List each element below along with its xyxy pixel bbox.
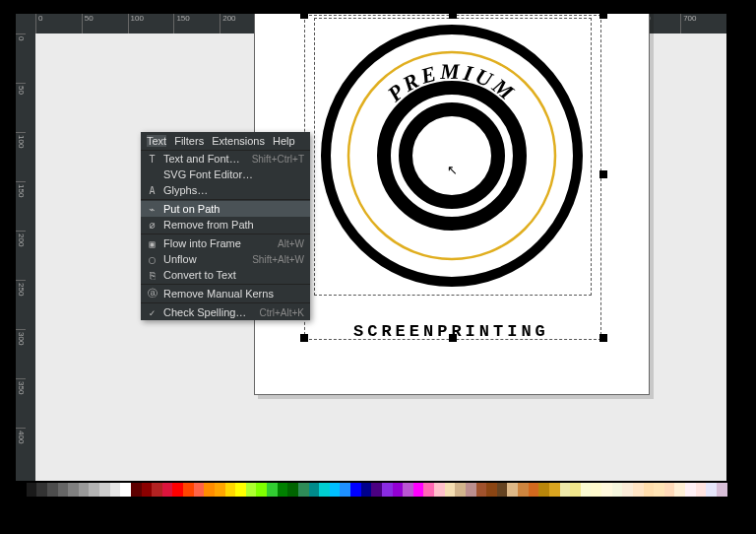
swatch[interactable] (58, 483, 69, 497)
swatch[interactable] (497, 483, 508, 497)
color-palette[interactable] (16, 483, 726, 497)
swatch[interactable] (371, 483, 382, 497)
mi-check-spelling[interactable]: ✓ Check Spelling… Ctrl+Alt+K (141, 304, 310, 320)
swatch[interactable] (27, 483, 37, 497)
swatch[interactable] (644, 483, 655, 497)
handle-br[interactable] (599, 334, 607, 342)
mi-put-on-path[interactable]: ⌁ Put on Path (141, 201, 310, 217)
swatch[interactable] (225, 483, 236, 497)
swatch[interactable] (256, 483, 267, 497)
shortcut: Shift+Alt+W (252, 254, 304, 265)
swatch[interactable] (654, 483, 664, 497)
handle-bl[interactable] (300, 334, 308, 342)
ruler-vertical[interactable]: 050100150200250300350400 (16, 33, 35, 481)
swatch[interactable] (142, 483, 153, 497)
swatch[interactable] (685, 483, 696, 497)
mi-flow-into-frame[interactable]: ▣ Flow into Frame Alt+W (141, 235, 310, 251)
spell-icon: ✓ (147, 307, 158, 318)
swatch[interactable] (89, 483, 99, 497)
swatch[interactable] (204, 483, 215, 497)
swatch[interactable] (403, 483, 413, 497)
menu-help[interactable]: Help (273, 135, 295, 147)
swatch[interactable] (674, 483, 685, 497)
swatch[interactable] (664, 483, 675, 497)
swatch[interactable] (560, 483, 571, 497)
swatch[interactable] (538, 483, 549, 497)
swatch[interactable] (486, 483, 497, 497)
swatch[interactable] (529, 483, 539, 497)
swatch[interactable] (36, 483, 47, 497)
mi-label: Unflow (163, 253, 246, 265)
swatch[interactable] (434, 483, 445, 497)
handle-tr[interactable] (599, 14, 607, 19)
swatch[interactable] (194, 483, 205, 497)
swatch[interactable] (99, 483, 110, 497)
swatch[interactable] (120, 483, 131, 497)
swatch[interactable] (518, 483, 529, 497)
unflow-icon: ▢ (147, 254, 158, 265)
swatch[interactable] (633, 483, 644, 497)
swatch[interactable] (455, 483, 466, 497)
swatch[interactable] (549, 483, 560, 497)
swatch[interactable] (507, 483, 518, 497)
swatch[interactable] (246, 483, 257, 497)
swatch[interactable] (612, 483, 623, 497)
mi-remove-kerns[interactable]: ⓐ Remove Manual Kerns (141, 286, 310, 301)
swatch[interactable] (110, 483, 121, 497)
swatch[interactable] (466, 483, 476, 497)
swatch[interactable] (162, 483, 173, 497)
swatch[interactable] (278, 483, 288, 497)
swatch[interactable] (445, 483, 456, 497)
mi-text-and-font[interactable]: T Text and Font… Shift+Ctrl+T (141, 151, 310, 167)
swatch[interactable] (706, 483, 717, 497)
mi-convert-to-text[interactable]: ⎘ Convert to Text (141, 267, 310, 283)
flow-icon: ▣ (147, 238, 158, 249)
swatch[interactable] (413, 483, 424, 497)
swatch[interactable] (298, 483, 309, 497)
swatch[interactable] (287, 483, 298, 497)
canvas[interactable]: PREMIUM SCREENPRINTING ↖ (35, 33, 726, 481)
swatch[interactable] (423, 483, 434, 497)
swatch[interactable] (476, 483, 487, 497)
swatch[interactable] (330, 483, 341, 497)
menu-text[interactable]: Text (147, 135, 166, 147)
swatch[interactable] (319, 483, 330, 497)
handle-mr[interactable] (599, 170, 607, 178)
swatch[interactable] (350, 483, 361, 497)
swatch[interactable] (68, 483, 79, 497)
swatch[interactable] (16, 483, 27, 497)
handle-tm[interactable] (449, 14, 457, 19)
swatch[interactable] (591, 483, 601, 497)
swatch[interactable] (79, 483, 90, 497)
menu-filters[interactable]: Filters (174, 135, 204, 147)
swatch[interactable] (309, 483, 320, 497)
mi-svg-font-editor[interactable]: SVG Font Editor… (141, 167, 310, 182)
mi-label: Convert to Text (163, 269, 304, 281)
swatch[interactable] (235, 483, 246, 497)
swatch[interactable] (340, 483, 350, 497)
swatch[interactable] (183, 483, 194, 497)
swatch[interactable] (361, 483, 372, 497)
mi-glyphs[interactable]: A Glyphs… (141, 182, 310, 198)
swatch[interactable] (382, 483, 393, 497)
swatch[interactable] (215, 483, 225, 497)
swatch[interactable] (622, 483, 633, 497)
swatch[interactable] (717, 483, 727, 497)
shortcut: Shift+Ctrl+T (252, 154, 304, 165)
swatch[interactable] (47, 483, 58, 497)
mi-unflow[interactable]: ▢ Unflow Shift+Alt+W (141, 251, 310, 267)
swatch[interactable] (131, 483, 142, 497)
swatch[interactable] (581, 483, 592, 497)
handle-bm[interactable] (449, 334, 457, 342)
swatch[interactable] (267, 483, 278, 497)
swatch[interactable] (172, 483, 183, 497)
menu-extensions[interactable]: Extensions (212, 135, 265, 147)
swatch[interactable] (393, 483, 404, 497)
swatch[interactable] (601, 483, 612, 497)
mi-remove-from-path[interactable]: ⌀ Remove from Path (141, 217, 310, 233)
handle-tl[interactable] (300, 14, 308, 19)
mi-label: Flow into Frame (163, 237, 272, 249)
swatch[interactable] (152, 483, 162, 497)
swatch[interactable] (570, 483, 581, 497)
swatch[interactable] (696, 483, 707, 497)
